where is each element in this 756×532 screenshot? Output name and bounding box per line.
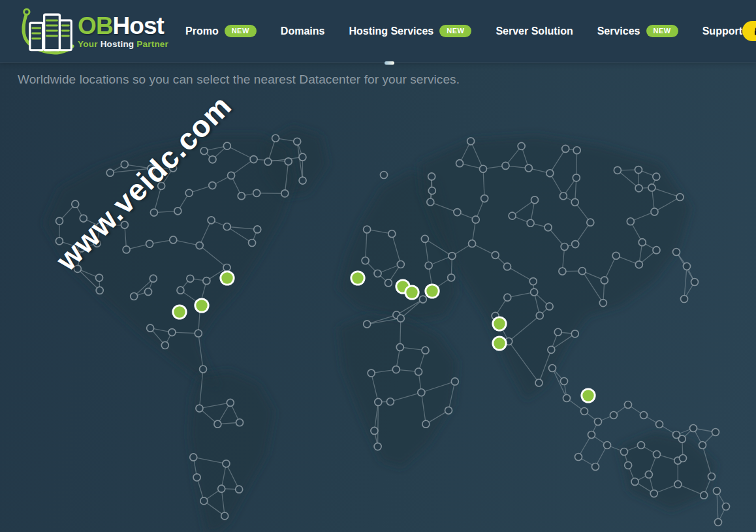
nav-item-services[interactable]: Services NEW: [597, 25, 678, 37]
datacenter-marker[interactable]: [219, 270, 234, 285]
datacenter-marker[interactable]: [580, 388, 595, 403]
nav-item-domains[interactable]: Domains: [281, 25, 325, 37]
logo-text: OBHost YourHostingPartner: [78, 14, 168, 49]
brand-name-secondary: Host: [113, 12, 164, 39]
nav-item-hosting-services[interactable]: Hosting Services NEW: [349, 25, 471, 37]
datacenter-marker[interactable]: [350, 270, 365, 285]
lock-icon: [753, 27, 756, 36]
nav-label: Hosting Services: [349, 25, 433, 37]
login-button[interactable]: LOGIN: [742, 21, 756, 41]
tagline-word-1: Your: [78, 39, 98, 49]
main-nav: Promo NEW Domains Hosting Services NEW S…: [185, 25, 742, 37]
new-badge: NEW: [646, 25, 678, 37]
brand-name: OBHost: [78, 14, 164, 38]
tagline-word-2: Hosting: [101, 39, 134, 49]
new-badge: NEW: [439, 25, 471, 37]
world-map: [0, 59, 756, 532]
nav-label: Services: [597, 25, 640, 37]
clipped-heading-descender: [385, 61, 394, 65]
datacenter-marker[interactable]: [492, 336, 507, 351]
datacenter-marker[interactable]: [492, 316, 507, 331]
brand-name-primary: OB: [78, 12, 113, 39]
datacenter-marker[interactable]: [194, 298, 209, 313]
datacenter-marker[interactable]: [424, 283, 439, 298]
brand-tagline: YourHostingPartner: [78, 39, 168, 49]
continent-silhouettes: [44, 127, 716, 532]
nav-label: Server Solution: [496, 25, 573, 37]
nav-label: Domains: [281, 25, 325, 37]
new-badge: NEW: [225, 25, 257, 37]
nav-item-promo[interactable]: Promo NEW: [185, 25, 257, 37]
logo[interactable]: OBHost YourHostingPartner: [17, 5, 168, 57]
nav-label: Support: [702, 25, 742, 37]
tagline-word-3: Partner: [136, 39, 168, 49]
datacenter-marker[interactable]: [404, 285, 419, 300]
datacenter-marker[interactable]: [172, 304, 187, 319]
nav-label: Promo: [185, 25, 219, 37]
nav-item-support[interactable]: Support: [702, 25, 742, 37]
top-navbar: OBHost YourHostingPartner Promo NEW Doma…: [0, 0, 756, 63]
nav-item-server-solution[interactable]: Server Solution: [496, 25, 573, 37]
section-subtitle: Worldwide locations so you can select th…: [18, 72, 460, 87]
server-logo-icon: [17, 5, 82, 57]
